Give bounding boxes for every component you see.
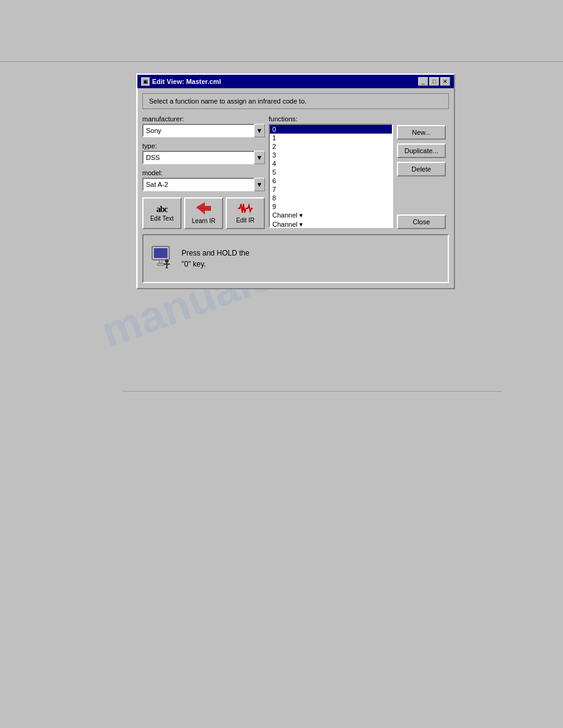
instruction-box: Press and HOLD the "0" key. bbox=[142, 234, 449, 283]
close-button[interactable]: Close bbox=[397, 214, 446, 229]
model-label: model: bbox=[142, 169, 265, 176]
duplicate-button[interactable]: Duplicate... bbox=[397, 143, 446, 158]
title-bar: ▣ Edit View: Master.cml _ □ ✕ bbox=[137, 75, 454, 88]
minimize-button[interactable]: _ bbox=[418, 77, 428, 86]
edit-ir-label: Edit IR bbox=[236, 217, 255, 224]
model-select[interactable]: Sat A-2 Sat A-1 Sat B-1 bbox=[142, 178, 265, 191]
type-select[interactable]: DSS VCR DVD TV bbox=[142, 151, 265, 164]
tool-buttons-row: abc Edit Text Learn IR bbox=[142, 197, 265, 229]
type-label: type: bbox=[142, 142, 265, 150]
info-banner: Select a function name to assign an infr… bbox=[142, 93, 449, 109]
edit-view-dialog: ▣ Edit View: Master.cml _ □ ✕ Select a f… bbox=[136, 74, 455, 289]
list-item[interactable]: 5 bbox=[270, 168, 392, 176]
dialog-title: Edit View: Master.cml bbox=[152, 78, 221, 85]
restore-button[interactable]: □ bbox=[429, 77, 439, 86]
manufacturer-select[interactable]: Sony Panasonic JVC Samsung bbox=[142, 124, 265, 137]
svg-line-10 bbox=[167, 267, 169, 268]
functions-listbox[interactable]: 0 1 2 3 4 5 6 7 8 9 Channel ▾ Channel ▾ bbox=[269, 124, 393, 228]
list-item[interactable]: 1 bbox=[270, 134, 392, 142]
dialog-icon: ▣ bbox=[141, 77, 150, 86]
svg-point-6 bbox=[165, 259, 169, 263]
functions-label: functions: bbox=[269, 115, 393, 123]
left-panel: manufacturer: Sony Panasonic JVC Samsung… bbox=[142, 115, 265, 229]
list-item[interactable]: 7 bbox=[270, 185, 392, 194]
model-select-wrapper: Sat A-2 Sat A-1 Sat B-1 ▼ bbox=[142, 178, 265, 191]
svg-rect-5 bbox=[157, 264, 164, 265]
list-item[interactable]: 6 bbox=[270, 176, 392, 185]
functions-panel: functions: 0 1 2 3 4 5 6 7 8 9 Channel ▾… bbox=[269, 115, 393, 229]
manufacturer-select-wrapper: Sony Panasonic JVC Samsung ▼ bbox=[142, 124, 265, 137]
list-item[interactable]: 8 bbox=[270, 194, 392, 202]
right-panel: New... Duplicate... Delete Close bbox=[397, 115, 449, 229]
learn-ir-button[interactable]: Learn IR bbox=[184, 197, 223, 229]
list-item[interactable]: Channel ▾ bbox=[270, 211, 392, 220]
edit-ir-icon bbox=[238, 203, 253, 216]
edit-ir-button[interactable]: Edit IR bbox=[226, 197, 265, 229]
new-button[interactable]: New... bbox=[397, 125, 446, 140]
info-text: Select a function name to assign an infr… bbox=[149, 97, 307, 105]
svg-rect-4 bbox=[159, 260, 162, 264]
list-item[interactable]: 3 bbox=[270, 151, 392, 159]
learn-ir-label: Learn IR bbox=[192, 218, 215, 224]
type-select-wrapper: DSS VCR DVD TV ▼ bbox=[142, 151, 265, 164]
list-item[interactable]: Channel ▾ bbox=[270, 220, 392, 228]
computer-icon bbox=[151, 245, 173, 272]
list-item[interactable]: 2 bbox=[270, 142, 392, 151]
delete-button[interactable]: Delete bbox=[397, 162, 446, 176]
instruction-text: Press and HOLD the "0" key. bbox=[182, 248, 250, 270]
list-item[interactable]: 4 bbox=[270, 159, 392, 168]
learn-ir-icon bbox=[196, 202, 211, 216]
list-item[interactable]: 0 bbox=[270, 125, 392, 134]
list-item[interactable]: 9 bbox=[270, 202, 392, 211]
manufacturer-label: manufacturer: bbox=[142, 115, 265, 123]
edit-text-button[interactable]: abc Edit Text bbox=[142, 197, 182, 229]
edit-text-label: Edit Text bbox=[150, 215, 174, 222]
close-window-button[interactable]: ✕ bbox=[440, 77, 450, 86]
abc-icon: abc bbox=[156, 205, 167, 214]
bottom-line bbox=[123, 391, 502, 392]
svg-line-9 bbox=[165, 267, 167, 268]
svg-rect-3 bbox=[154, 248, 167, 258]
